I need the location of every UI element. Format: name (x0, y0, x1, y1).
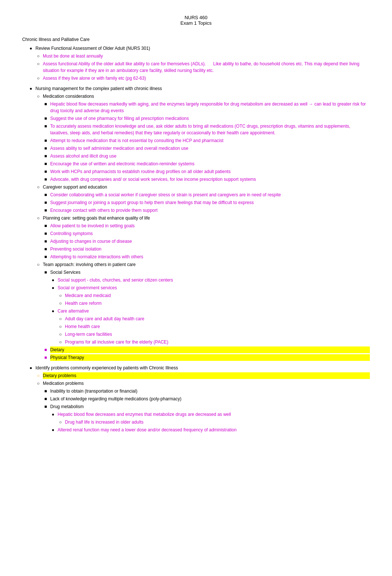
item-2-text: Nursing management for the complex patie… (35, 85, 370, 92)
item-2-4-3-text: Physical Therapy (50, 354, 370, 361)
item-2-4-1-text: Social Services (50, 269, 370, 276)
bullet-2-4-2: ■ (44, 346, 50, 353)
item-2-4-1-1: ● Social support - clubs, churches, and … (22, 277, 370, 283)
bullet-2-1-9: ■ (44, 176, 50, 183)
bullet-2-2-2: ■ (44, 199, 50, 206)
bullet-2: ● (30, 85, 35, 92)
item-2-4-1-2-1: ○ Medicare and medicaid (22, 292, 370, 299)
item-2-2-1: ■ Consider collaborating with a social w… (22, 192, 370, 198)
bullet-2-4-1-2-2: ○ (59, 300, 65, 307)
item-3-2-3-children: ● Hepatic blood flow decreases and enzym… (22, 411, 370, 433)
item-2-1-5-text: Assess ability to self administer medica… (50, 145, 370, 152)
item-2-4-1-3-children: ○ Adult day care and adult day health ca… (22, 315, 370, 345)
item-2-1-5: ■ Assess ability to self administer medi… (22, 145, 370, 152)
bullet-1-2: ○ (37, 61, 43, 74)
item-2-4-1: ■ Social Services ● Social support - clu… (22, 269, 370, 345)
item-2-4-1-children: ● Social support - clubs, churches, and … (22, 277, 370, 345)
item-2-4-1-1-text: Social support - clubs, churches, and se… (58, 277, 370, 283)
list-item-2: ● Nursing management for the complex pat… (22, 85, 370, 361)
item-2-2-3-text: Encourage contact with others to provide… (50, 207, 370, 214)
item-2-4-children: ■ Social Services ● Social support - clu… (22, 269, 370, 361)
bullet-2-1-4: ■ (44, 137, 50, 144)
item-3-2-3-1-1-text: Drug half life is increased in older adu… (65, 419, 370, 425)
bullet-3-2-3: ■ (44, 403, 50, 410)
item-3-2-3-1: ● Hepatic blood flow decreases and enzym… (22, 411, 370, 425)
item-2-4-1-3: ● Care alternative ○ Adult day care and … (22, 308, 370, 345)
item-2-1-4-text: Attempt to reduce medication that is not… (50, 137, 370, 144)
bullet-2-1-8: ■ (44, 168, 50, 175)
bullet-2-1-2: ■ (44, 115, 50, 122)
bullet-2-2-1: ■ (44, 192, 50, 198)
item-3-2-1: ■ Inability to obtain (transportation or… (22, 388, 370, 394)
item-2-4-3: ■ Physical Therapy (22, 354, 370, 361)
item-2-4-1-3-2-text: Home health care (65, 323, 370, 330)
item-2-4-1-3-text: Care alternative (58, 308, 370, 314)
item-2-1-text: Medication considerations (43, 93, 370, 100)
item-1-2-text: Assess functional Ability of the older a… (43, 61, 370, 74)
item-2-3-text: Planning care: setting goals that enhanc… (43, 215, 370, 221)
item-3-2: ○ Medication problems ■ Inability to obt… (22, 380, 370, 433)
bullet-2-2: ○ (37, 184, 43, 190)
list-item-3: ● Identify problems commonly experienced… (22, 365, 370, 433)
item-2-1-8-text: Work with HCPs and pharmacists to establ… (50, 168, 370, 175)
item-3-2-1-text: Inability to obtain (transportation or f… (50, 388, 370, 394)
course-title: NURS 460 (22, 15, 370, 20)
item-2-4-1-3-4: ○ Programs for all inclusive care for th… (22, 339, 370, 345)
item-3-2-3-2: ● Altered renal function may need a lowe… (22, 427, 370, 433)
item-2-4-2-text: Dietary (50, 346, 370, 353)
item-2-4-1-2-2: ○ Health care reform (22, 300, 370, 307)
item-2-4-1-3-3-text: Long-term care facilities (65, 331, 370, 338)
item-2-children: ○ Medication considerations ■ Hepatic bl… (22, 93, 370, 361)
item-3-2-2: ■ Lack of knowledge regarding multiple m… (22, 396, 370, 402)
bullet-2-1-6: ■ (44, 153, 50, 159)
bullet-3-2-1: ■ (44, 388, 50, 394)
item-2-1-1: ■ Hepatic blood flow decreases markedly … (22, 101, 370, 114)
bullet-2-3: ○ (37, 215, 43, 221)
item-2-3-5-text: Attempting to normalize interactions wit… (50, 253, 370, 260)
item-2-4-1-3-3: ○ Long-term care facilities (22, 331, 370, 338)
item-1-2: ○ Assess functional Ability of the older… (22, 61, 370, 74)
item-2-1-8: ■ Work with HCPs and pharmacists to esta… (22, 168, 370, 175)
item-2-3-2-text: Controlling symptoms (50, 230, 370, 237)
item-2-3-5: ■ Attempting to normalize interactions w… (22, 253, 370, 260)
item-2-1-4: ■ Attempt to reduce medication that is n… (22, 137, 370, 144)
item-3-2-text: Medication problems (43, 380, 370, 387)
bullet-2-3-4: ■ (44, 246, 50, 252)
bullet-2-4-1-2: ● (52, 284, 58, 291)
bullet-2-1-5: ■ (44, 145, 50, 152)
item-2-1-7: ■ Encourage the use of written and elect… (22, 161, 370, 167)
item-3-2-3-1-1: ○ Drug half life is increased in older a… (22, 419, 370, 425)
item-1-1-text: Must be done at least annually (43, 53, 370, 59)
item-2-4-1-2-children: ○ Medicare and medicaid ○ Health care re (22, 292, 370, 307)
item-3-2-3-1-children: ○ Drug half life is increased in older a… (22, 419, 370, 425)
item-2-2-2: ■ Suggest journaling or joining a suppor… (22, 199, 370, 206)
page-header: NURS 460 Exam 1 Topics (22, 15, 370, 26)
item-2-4-1-2-1-text: Medicare and medicaid (65, 292, 370, 299)
item-2-4-1-3-1-text: Adult day care and adult day health care (65, 315, 370, 322)
bullet-2-3-1: ■ (44, 223, 50, 229)
bullet-2-4-1-1: ● (52, 277, 58, 283)
item-2-4-text: Team approach: involving others in patie… (43, 261, 370, 268)
item-2-3-3: ■ Adjusting to changes in course of dise… (22, 238, 370, 245)
bullet-2-4-1-3-4: ○ (59, 339, 65, 345)
item-2-2-children: ■ Consider collaborating with a social w… (22, 192, 370, 214)
item-2-3-1: ■ Allow patient to be involved in settin… (22, 223, 370, 229)
bullet-2-4-1-3-2: ○ (59, 323, 65, 330)
bullet-2-4: ○ (37, 261, 43, 268)
item-2-3-4-text: Preventing social isolation (50, 246, 370, 252)
bullet-1: ● (30, 45, 35, 52)
bullet-2-3-2: ■ (44, 230, 50, 237)
item-3-children: ○ Dietary problems ○ Medication problems… (22, 372, 370, 433)
item-2-4-1-3-2: ○ Home health care (22, 323, 370, 330)
item-1-text: Review Functional Assessment of Older Ad… (35, 45, 370, 52)
item-1-1: ○ Must be done at least annually (22, 53, 370, 59)
bullet-2-1: ○ (37, 93, 43, 100)
exam-title: Exam 1 Topics (22, 20, 370, 26)
bullet-3-2: ○ (37, 380, 43, 387)
item-2-1-9-text: Advocate, with drug companies and/ or so… (50, 176, 370, 183)
item-2-2-1-text: Consider collaborating with a social wor… (50, 192, 370, 198)
item-3-2-3: ■ Drug metabolism ● Hepatic blood flow d… (22, 403, 370, 433)
item-1-3: ○ Assess if they live alone or with fami… (22, 75, 370, 82)
bullet-2-4-1-3-3: ○ (59, 331, 65, 338)
bullet-3-1: ○ (37, 372, 43, 379)
